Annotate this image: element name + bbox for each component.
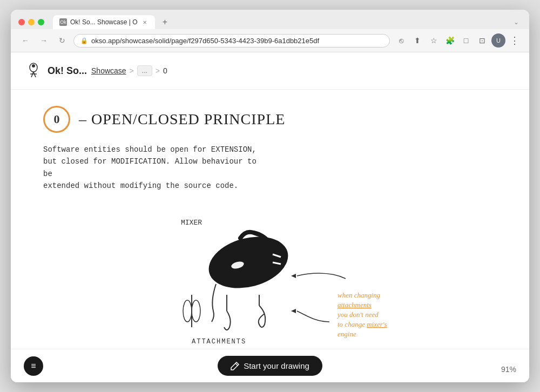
address-bar[interactable]: 🔒 okso.app/showcase/solid/page/f297d650-… (73, 34, 390, 48)
breadcrumb: Showcase > ... > 0 (91, 65, 167, 76)
pencil-icon (231, 362, 239, 370)
svg-text:engine: engine (338, 330, 356, 338)
attachments-label: ATTACHMENTS (192, 338, 246, 346)
mixer-illustration (203, 228, 294, 322)
tab-title: Ok! So... Showcase | O (70, 18, 138, 26)
user-avatar[interactable]: U (491, 33, 505, 48)
tab-close-button[interactable]: ✕ (141, 18, 148, 26)
new-tab-button[interactable]: + (158, 15, 172, 29)
external-link-icon[interactable]: ⎋ (394, 33, 408, 48)
back-button[interactable]: ← (18, 33, 32, 48)
start-drawing-label: Start your drawing (244, 361, 309, 370)
app-header: Ok! So... Showcase > ... > 0 (11, 52, 529, 90)
app-name-label: Ok! So... (48, 65, 87, 77)
maximize-traffic-light[interactable] (38, 19, 44, 25)
extensions-icon[interactable]: 🧩 (443, 33, 457, 48)
window-controls-chevron: ⌄ (511, 17, 522, 28)
close-traffic-light[interactable] (18, 19, 25, 25)
page-description: Software entities should be open for EXT… (43, 144, 270, 192)
tab-search-icon[interactable]: ⊡ (475, 33, 489, 48)
browser-window: Ok Ok! So... Showcase | O ✕ + ⌄ ← → ↻ 🔒 … (11, 10, 529, 382)
svg-text:when changing: when changing (338, 291, 381, 299)
page-title-row: 0 – Open/Closed Principle (43, 106, 497, 133)
breadcrumb-current: 0 (163, 66, 167, 75)
main-content: 0 – Open/Closed Principle Software entit… (11, 90, 529, 382)
browser-actions: ⎋ ⬆ ☆ 🧩 □ ⊡ U ⋮ (394, 33, 522, 48)
mixer-label: MIXER (181, 219, 202, 227)
menu-button[interactable]: ≡ (24, 356, 43, 376)
start-drawing-button[interactable]: Start your drawing (218, 356, 322, 376)
svg-line-1 (31, 72, 33, 77)
svg-text:to change mixer's: to change mixer's (338, 320, 387, 328)
svg-line-2 (33, 72, 36, 77)
svg-text:attachments: attachments (338, 301, 372, 309)
svg-text:you don't need: you don't need (336, 310, 379, 319)
url-text: okso.app/showcase/solid/page/f297d650-53… (91, 37, 383, 45)
drawing-svg: MIXER (43, 208, 497, 370)
more-options-button[interactable]: ⋮ (508, 35, 522, 46)
svg-line-22 (235, 363, 238, 366)
dough-hook-icon (224, 295, 231, 330)
tab-favicon: Ok (59, 18, 67, 26)
traffic-lights (18, 19, 44, 25)
svg-marker-10 (291, 274, 296, 278)
svg-point-12 (183, 300, 192, 322)
cast-icon[interactable]: □ (459, 33, 473, 48)
bottom-bar: ≡ Start your drawing 91% (11, 349, 529, 382)
share-icon[interactable]: ⬆ (410, 33, 424, 48)
logo-icon (24, 61, 43, 80)
svg-point-13 (192, 300, 200, 322)
reload-button[interactable]: ↻ (55, 33, 69, 48)
page-title-text: – Open/Closed Principle (79, 111, 285, 128)
whisk-icon (183, 295, 200, 327)
zoom-level: 91% (501, 365, 516, 374)
lock-icon: 🔒 (80, 37, 88, 44)
page-content: Ok! So... Showcase > ... > 0 0 – Open/Cl… (11, 52, 529, 382)
forward-button[interactable]: → (37, 33, 51, 48)
breadcrumb-sep-2: > (156, 66, 160, 75)
tab-bar: Ok Ok! So... Showcase | O ✕ + (53, 15, 507, 29)
drawing-area: MIXER (43, 208, 497, 370)
app-logo: Ok! So... (24, 61, 87, 80)
browser-controls: ← → ↻ 🔒 okso.app/showcase/solid/page/f29… (11, 29, 529, 52)
page-number-badge: 0 (43, 106, 70, 133)
bookmark-icon[interactable]: ☆ (427, 33, 441, 48)
active-tab[interactable]: Ok Ok! So... Showcase | O ✕ (53, 15, 155, 29)
beater-icon (259, 295, 266, 327)
minimize-traffic-light[interactable] (28, 19, 35, 25)
svg-marker-16 (291, 309, 296, 313)
breadcrumb-sep-1: > (130, 66, 134, 75)
svg-point-4 (32, 64, 35, 67)
breadcrumb-showcase-link[interactable]: Showcase (91, 66, 126, 75)
breadcrumb-dots-button[interactable]: ... (137, 65, 152, 76)
title-bar: Ok Ok! So... Showcase | O ✕ + ⌄ (11, 10, 529, 29)
